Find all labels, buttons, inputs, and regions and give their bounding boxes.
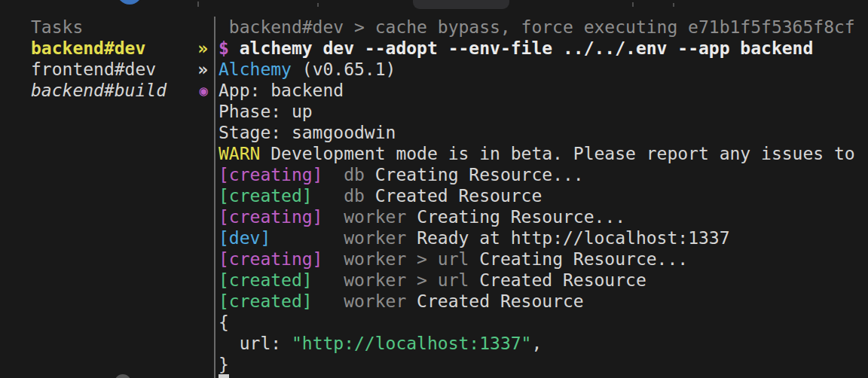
terminal-text-segment: [creating] xyxy=(219,207,322,227)
terminal-text-segment: [creating] xyxy=(219,165,322,184)
task-label: frontend#dev xyxy=(31,59,156,79)
terminal-text-segment: db xyxy=(344,165,365,184)
terminal-text-segment: Creating Resource... xyxy=(365,165,584,184)
terminal-text-segment: Alchemy xyxy=(219,59,292,79)
terminal-line: Phase: up xyxy=(219,101,868,122)
sidebar-item-backend-dev[interactable]: backend#dev» xyxy=(31,38,214,59)
terminal-line: Alchemy (v0.65.1) xyxy=(219,59,868,80)
terminal-text-segment: [created] xyxy=(219,186,313,206)
task-runner-tui: Tasks backend#dev»frontend#dev»backend#b… xyxy=(0,17,868,378)
partial-blue-app-icon xyxy=(117,0,142,5)
terminal-line: [creating] db Creating Resource... xyxy=(219,164,868,185)
terminal-text-segment: worker > url xyxy=(344,249,469,269)
terminal-line: App: backend xyxy=(219,80,868,101)
terminal-text-segment: backend#dev > cache bypass, force execut… xyxy=(219,17,855,37)
terminal-text-segment: alchemy dev --adopt --env-file ../../.en… xyxy=(229,38,813,58)
terminal-line: Stage: samgoodwin xyxy=(219,122,868,143)
terminal-text-segment: (v0.65.1) xyxy=(292,59,396,79)
terminal-text-segment: Created Resource xyxy=(365,186,542,206)
terminal-line: { xyxy=(219,312,868,333)
terminal-text-segment: [dev] xyxy=(219,228,270,248)
terminal-text-segment: Stage: samgoodwin xyxy=(219,123,396,142)
terminal-screen: Tasks backend#dev»frontend#dev»backend#b… xyxy=(0,0,868,378)
terminal-line: [dev] worker Ready at http://localhost:1… xyxy=(219,227,868,248)
terminal-text-segment: worker xyxy=(344,291,406,311)
terminal-text-segment xyxy=(270,228,344,248)
terminal-text-segment xyxy=(322,207,344,227)
task-list: backend#dev»frontend#dev»backend#build◉ xyxy=(31,38,214,101)
top-edge-artifact xyxy=(197,2,199,7)
task-label: backend#build xyxy=(31,81,167,100)
terminal-line: } xyxy=(219,354,868,375)
terminal-line: backend#dev > cache bypass, force execut… xyxy=(219,17,868,38)
terminal-text-segment: App: backend xyxy=(219,81,344,100)
terminal-line: $ alchemy dev --adopt --env-file ../../.… xyxy=(219,38,868,59)
terminal-text-segment xyxy=(322,165,344,184)
terminal-line: [creating] worker > url Creating Resourc… xyxy=(219,248,868,270)
terminal-text-segment: $ xyxy=(219,38,229,58)
terminal-text-segment: , xyxy=(531,334,542,353)
tasks-sidebar-title: Tasks xyxy=(31,17,214,38)
terminal-text-segment: } xyxy=(219,355,229,374)
task-label: backend#dev xyxy=(31,38,145,58)
terminal-text-segment: { xyxy=(219,312,229,332)
terminal-cursor xyxy=(219,374,229,378)
terminal-line: WARN Development mode is in beta. Please… xyxy=(219,143,868,164)
terminal-text-segment: Created Resource xyxy=(469,270,646,290)
terminal-line: url: "http://localhost:1337", xyxy=(219,333,868,354)
terminal-text-segment: db xyxy=(344,186,365,206)
top-edge-artifact xyxy=(632,2,634,7)
double-chevron-icon: » xyxy=(197,59,208,80)
double-chevron-icon: » xyxy=(197,38,208,59)
partial-tab-shape xyxy=(413,0,509,9)
terminal-text-segment: Creating Resource... xyxy=(406,207,625,227)
terminal-text-segment: worker xyxy=(344,228,406,248)
top-edge-artifact xyxy=(673,3,674,7)
terminal-text-segment xyxy=(313,291,344,311)
terminal-text-segment: [creating] xyxy=(219,249,322,269)
terminal-text-segment: [created] xyxy=(219,270,313,290)
terminal-text-segment: Created Resource xyxy=(406,291,583,311)
sidebar-item-backend-build[interactable]: backend#build◉ xyxy=(31,80,214,101)
terminal-text-segment: WARN xyxy=(219,144,260,163)
terminal-text-segment: "http://localhost:1337" xyxy=(292,334,532,353)
terminal-output[interactable]: backend#dev > cache bypass, force execut… xyxy=(215,17,868,378)
tasks-sidebar: Tasks backend#dev»frontend#dev»backend#b… xyxy=(0,17,214,378)
terminal-text-segment: Creating Resource... xyxy=(469,249,688,269)
terminal-text-segment: worker xyxy=(344,207,406,227)
terminal-text-segment xyxy=(313,270,344,290)
terminal-text-segment: Ready at http://localhost:1337 xyxy=(406,228,729,248)
terminal-text-segment: Phase: up xyxy=(219,102,313,121)
terminal-text-segment: [created] xyxy=(219,291,313,311)
terminal-text-segment: url: xyxy=(219,334,292,353)
terminal-text-segment: worker > url xyxy=(344,270,469,290)
terminal-line: [creating] worker Creating Resource... xyxy=(219,206,868,227)
terminal-line: [created] worker > url Created Resource xyxy=(219,270,868,291)
top-edge-artifact xyxy=(317,3,319,7)
circle-dot-icon: ◉ xyxy=(200,80,208,101)
sidebar-item-frontend-dev[interactable]: frontend#dev» xyxy=(31,59,214,80)
terminal-text-segment: Development mode is in beta. Please repo… xyxy=(260,144,854,163)
terminal-text-segment xyxy=(322,249,344,269)
terminal-line: [created] db Created Resource xyxy=(219,185,868,206)
terminal-line: [created] worker Created Resource xyxy=(219,291,868,312)
terminal-text-segment xyxy=(313,186,344,206)
